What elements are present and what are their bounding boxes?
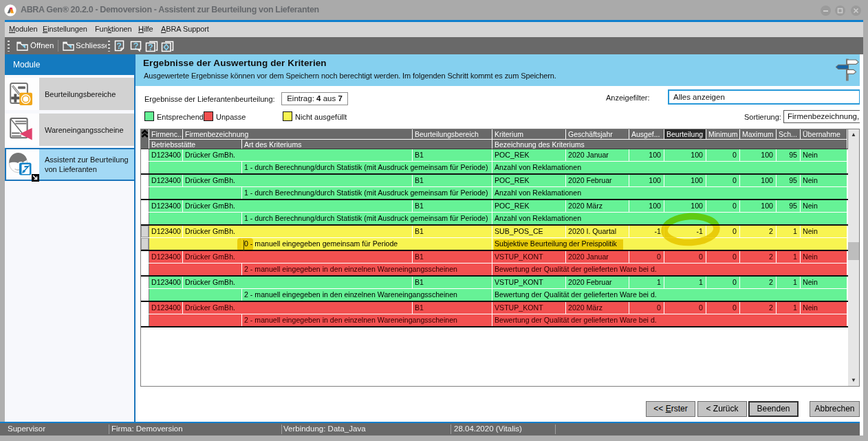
svg-text:?: ?: [133, 41, 139, 51]
svg-text:?: ?: [148, 43, 153, 52]
svg-text:?: ?: [116, 41, 122, 51]
